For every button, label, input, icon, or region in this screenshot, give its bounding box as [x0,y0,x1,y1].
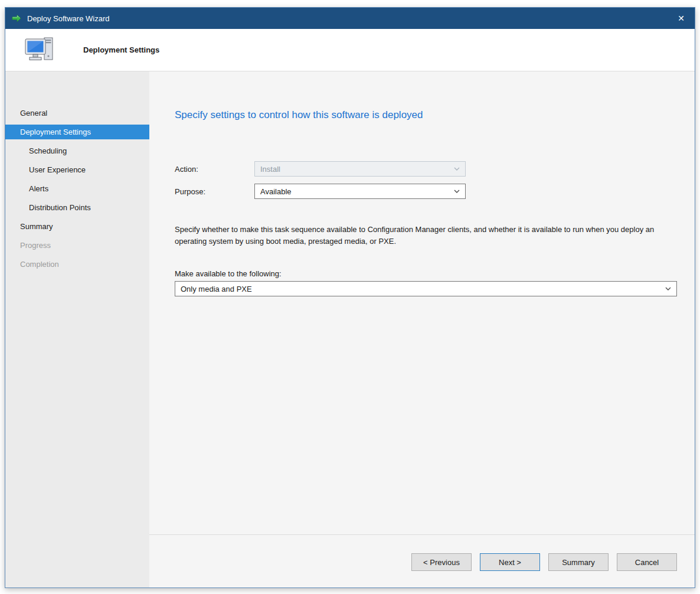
sidebar-item-progress: Progress [5,238,149,253]
make-available-value: Only media and PXE [181,285,252,293]
content-heading: Specify settings to control how this sof… [175,109,677,121]
sidebar-item-summary[interactable]: Summary [5,219,149,234]
sidebar-item-alerts[interactable]: Alerts [5,181,149,196]
wizard-header: Deployment Settings [5,29,695,71]
sidebar-item-completion: Completion [5,257,149,272]
previous-button[interactable]: < Previous [411,553,472,571]
computer-icon [24,37,55,64]
make-available-label: Make available to the following: [175,269,677,278]
cancel-button[interactable]: Cancel [617,553,677,571]
action-row: Action: Install [175,161,677,177]
action-value: Install [260,165,280,174]
deployment-settings-page: Specify settings to control how this sof… [149,71,695,534]
purpose-row: Purpose: Available [175,184,677,199]
wizard-body: General Deployment Settings Scheduling U… [5,71,695,588]
wizard-green-arrow-icon [11,13,22,24]
title-bar: Deploy Software Wizard ✕ [5,8,695,29]
sidebar-item-scheduling[interactable]: Scheduling [5,143,149,158]
sidebar-item-user-experience[interactable]: User Experience [5,162,149,177]
purpose-dropdown[interactable]: Available [254,184,466,199]
sidebar-item-deployment-settings[interactable]: Deployment Settings [5,125,149,139]
next-button[interactable]: Next > [480,553,540,571]
wizard-content-pane: Specify settings to control how this sof… [149,71,695,588]
sidebar-item-distribution-points[interactable]: Distribution Points [5,200,149,215]
description-text: Specify whether to make this task sequen… [175,224,677,247]
chevron-down-icon [454,167,460,171]
action-label: Action: [175,165,254,174]
chevron-down-icon [665,287,671,291]
deployment-form: Action: Install Purpose: Available [175,161,677,199]
page-title: Deployment Settings [83,45,159,54]
window-title: Deploy Software Wizard [27,14,109,23]
sidebar-item-general[interactable]: General [5,106,149,120]
make-available-dropdown[interactable]: Only media and PXE [175,281,677,296]
deploy-software-wizard-window: Deploy Software Wizard ✕ Deployment Sett… [5,7,695,588]
close-icon: ✕ [678,14,685,23]
close-button[interactable]: ✕ [668,8,695,29]
purpose-value: Available [260,187,292,196]
wizard-footer: < Previous Next > Summary Cancel [149,534,695,588]
purpose-label: Purpose: [175,187,254,196]
chevron-down-icon [454,190,460,193]
action-dropdown: Install [254,161,466,177]
wizard-steps-sidebar: General Deployment Settings Scheduling U… [5,71,149,588]
summary-button[interactable]: Summary [548,553,609,571]
